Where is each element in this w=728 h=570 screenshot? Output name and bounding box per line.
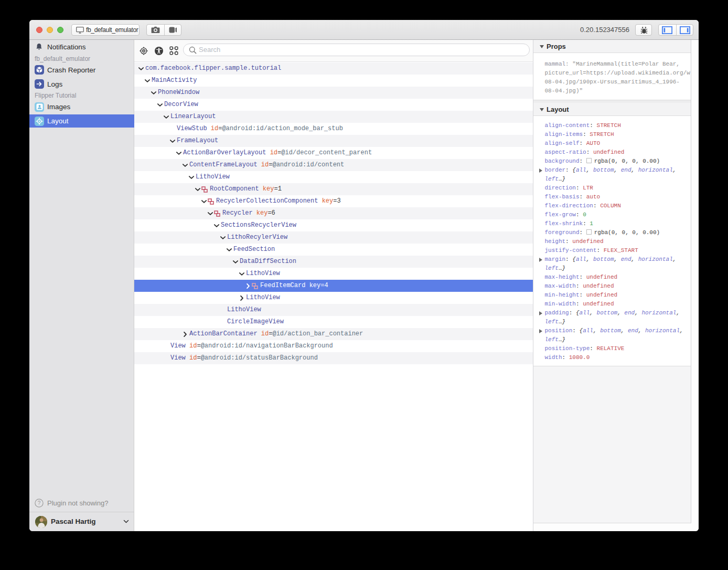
svg-text:?: ?	[38, 500, 41, 506]
